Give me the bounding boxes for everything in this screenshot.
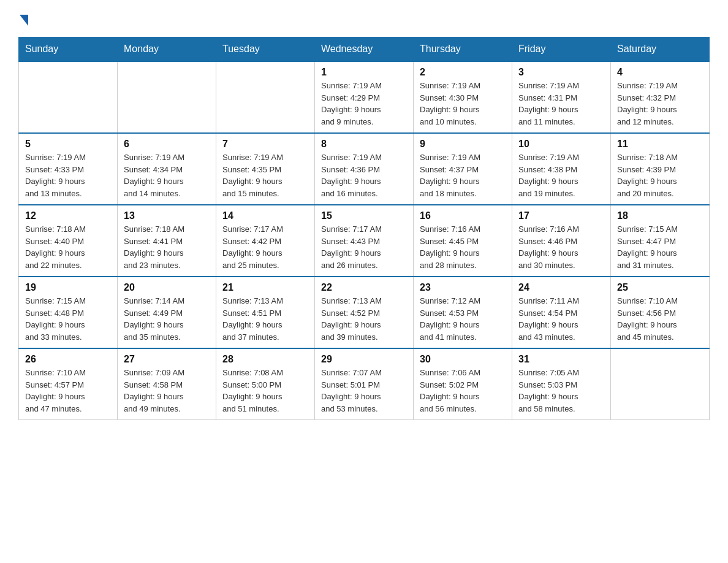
day-number: 24 xyxy=(518,282,604,293)
calendar-week-row: 1Sunrise: 7:19 AM Sunset: 4:29 PM Daylig… xyxy=(19,61,710,133)
weekday-header-wednesday: Wednesday xyxy=(315,37,414,62)
day-info: Sunrise: 7:14 AM Sunset: 4:49 PM Dayligh… xyxy=(124,295,210,343)
weekday-header-saturday: Saturday xyxy=(611,37,710,62)
day-number: 1 xyxy=(321,67,407,78)
day-number: 6 xyxy=(124,139,210,150)
day-number: 13 xyxy=(124,210,210,221)
day-number: 23 xyxy=(420,282,506,293)
day-info: Sunrise: 7:10 AM Sunset: 4:57 PM Dayligh… xyxy=(25,367,111,415)
day-info: Sunrise: 7:08 AM Sunset: 5:00 PM Dayligh… xyxy=(222,367,308,415)
day-info: Sunrise: 7:17 AM Sunset: 4:42 PM Dayligh… xyxy=(222,223,308,271)
day-info: Sunrise: 7:12 AM Sunset: 4:53 PM Dayligh… xyxy=(420,295,506,343)
calendar-cell: 14Sunrise: 7:17 AM Sunset: 4:42 PM Dayli… xyxy=(216,205,315,277)
day-number: 19 xyxy=(25,282,111,293)
day-info: Sunrise: 7:19 AM Sunset: 4:30 PM Dayligh… xyxy=(420,80,506,128)
weekday-header-thursday: Thursday xyxy=(414,37,512,62)
logo-arrow-icon xyxy=(20,15,28,26)
day-info: Sunrise: 7:19 AM Sunset: 4:37 PM Dayligh… xyxy=(420,151,506,199)
day-number: 31 xyxy=(518,354,604,365)
calendar-cell: 7Sunrise: 7:19 AM Sunset: 4:35 PM Daylig… xyxy=(216,133,315,205)
day-number: 25 xyxy=(617,282,703,293)
day-number: 9 xyxy=(420,139,506,150)
calendar-cell: 20Sunrise: 7:14 AM Sunset: 4:49 PM Dayli… xyxy=(118,277,216,348)
calendar-cell: 6Sunrise: 7:19 AM Sunset: 4:34 PM Daylig… xyxy=(118,133,216,205)
day-info: Sunrise: 7:19 AM Sunset: 4:36 PM Dayligh… xyxy=(321,151,407,199)
day-number: 18 xyxy=(617,210,703,221)
day-info: Sunrise: 7:19 AM Sunset: 4:38 PM Dayligh… xyxy=(518,151,604,199)
day-number: 16 xyxy=(420,210,506,221)
day-info: Sunrise: 7:11 AM Sunset: 4:54 PM Dayligh… xyxy=(518,295,604,343)
calendar-cell: 28Sunrise: 7:08 AM Sunset: 5:00 PM Dayli… xyxy=(216,348,315,420)
day-info: Sunrise: 7:19 AM Sunset: 4:31 PM Dayligh… xyxy=(518,80,604,128)
calendar-cell xyxy=(216,61,315,133)
calendar-cell: 31Sunrise: 7:05 AM Sunset: 5:03 PM Dayli… xyxy=(512,348,611,420)
day-number: 3 xyxy=(518,67,604,78)
day-number: 17 xyxy=(518,210,604,221)
calendar-week-row: 12Sunrise: 7:18 AM Sunset: 4:40 PM Dayli… xyxy=(19,205,710,277)
calendar-cell: 17Sunrise: 7:16 AM Sunset: 4:46 PM Dayli… xyxy=(512,205,611,277)
day-info: Sunrise: 7:16 AM Sunset: 4:46 PM Dayligh… xyxy=(518,223,604,271)
day-info: Sunrise: 7:13 AM Sunset: 4:51 PM Dayligh… xyxy=(222,295,308,343)
day-number: 5 xyxy=(25,139,111,150)
day-number: 14 xyxy=(222,210,308,221)
day-number: 2 xyxy=(420,67,506,78)
day-info: Sunrise: 7:17 AM Sunset: 4:43 PM Dayligh… xyxy=(321,223,407,271)
day-number: 27 xyxy=(124,354,210,365)
day-info: Sunrise: 7:09 AM Sunset: 4:58 PM Dayligh… xyxy=(124,367,210,415)
day-info: Sunrise: 7:18 AM Sunset: 4:41 PM Dayligh… xyxy=(124,223,210,271)
calendar-cell: 21Sunrise: 7:13 AM Sunset: 4:51 PM Dayli… xyxy=(216,277,315,348)
day-number: 26 xyxy=(25,354,111,365)
page-header xyxy=(18,12,710,26)
calendar-cell: 18Sunrise: 7:15 AM Sunset: 4:47 PM Dayli… xyxy=(611,205,710,277)
day-info: Sunrise: 7:18 AM Sunset: 4:39 PM Dayligh… xyxy=(617,151,703,199)
day-number: 10 xyxy=(518,139,604,150)
day-info: Sunrise: 7:16 AM Sunset: 4:45 PM Dayligh… xyxy=(420,223,506,271)
day-number: 20 xyxy=(124,282,210,293)
day-info: Sunrise: 7:19 AM Sunset: 4:33 PM Dayligh… xyxy=(25,151,111,199)
calendar-cell: 23Sunrise: 7:12 AM Sunset: 4:53 PM Dayli… xyxy=(414,277,512,348)
day-info: Sunrise: 7:15 AM Sunset: 4:47 PM Dayligh… xyxy=(617,223,703,271)
calendar-cell: 12Sunrise: 7:18 AM Sunset: 4:40 PM Dayli… xyxy=(19,205,118,277)
calendar-cell: 3Sunrise: 7:19 AM Sunset: 4:31 PM Daylig… xyxy=(512,61,611,133)
day-info: Sunrise: 7:19 AM Sunset: 4:34 PM Dayligh… xyxy=(124,151,210,199)
weekday-header-row: SundayMondayTuesdayWednesdayThursdayFrid… xyxy=(19,37,710,62)
day-info: Sunrise: 7:06 AM Sunset: 5:02 PM Dayligh… xyxy=(420,367,506,415)
calendar-week-row: 26Sunrise: 7:10 AM Sunset: 4:57 PM Dayli… xyxy=(19,348,710,420)
calendar-cell: 11Sunrise: 7:18 AM Sunset: 4:39 PM Dayli… xyxy=(611,133,710,205)
day-info: Sunrise: 7:19 AM Sunset: 4:32 PM Dayligh… xyxy=(617,80,703,128)
day-number: 30 xyxy=(420,354,506,365)
day-info: Sunrise: 7:19 AM Sunset: 4:35 PM Dayligh… xyxy=(222,151,308,199)
day-info: Sunrise: 7:10 AM Sunset: 4:56 PM Dayligh… xyxy=(617,295,703,343)
calendar-cell: 30Sunrise: 7:06 AM Sunset: 5:02 PM Dayli… xyxy=(414,348,512,420)
calendar-cell xyxy=(118,61,216,133)
day-info: Sunrise: 7:07 AM Sunset: 5:01 PM Dayligh… xyxy=(321,367,407,415)
calendar-cell: 2Sunrise: 7:19 AM Sunset: 4:30 PM Daylig… xyxy=(414,61,512,133)
day-info: Sunrise: 7:05 AM Sunset: 5:03 PM Dayligh… xyxy=(518,367,604,415)
calendar-cell: 5Sunrise: 7:19 AM Sunset: 4:33 PM Daylig… xyxy=(19,133,118,205)
day-info: Sunrise: 7:19 AM Sunset: 4:29 PM Dayligh… xyxy=(321,80,407,128)
day-number: 29 xyxy=(321,354,407,365)
day-number: 8 xyxy=(321,139,407,150)
day-number: 22 xyxy=(321,282,407,293)
day-number: 28 xyxy=(222,354,308,365)
calendar-cell: 9Sunrise: 7:19 AM Sunset: 4:37 PM Daylig… xyxy=(414,133,512,205)
day-info: Sunrise: 7:15 AM Sunset: 4:48 PM Dayligh… xyxy=(25,295,111,343)
day-number: 11 xyxy=(617,139,703,150)
calendar-cell: 4Sunrise: 7:19 AM Sunset: 4:32 PM Daylig… xyxy=(611,61,710,133)
calendar-cell: 8Sunrise: 7:19 AM Sunset: 4:36 PM Daylig… xyxy=(315,133,414,205)
calendar-cell xyxy=(611,348,710,420)
logo xyxy=(18,12,28,26)
day-number: 12 xyxy=(25,210,111,221)
calendar-table: SundayMondayTuesdayWednesdayThursdayFrid… xyxy=(18,37,710,420)
calendar-week-row: 5Sunrise: 7:19 AM Sunset: 4:33 PM Daylig… xyxy=(19,133,710,205)
calendar-cell: 29Sunrise: 7:07 AM Sunset: 5:01 PM Dayli… xyxy=(315,348,414,420)
day-number: 15 xyxy=(321,210,407,221)
weekday-header-monday: Monday xyxy=(118,37,216,62)
day-number: 21 xyxy=(222,282,308,293)
calendar-week-row: 19Sunrise: 7:15 AM Sunset: 4:48 PM Dayli… xyxy=(19,277,710,348)
calendar-cell: 1Sunrise: 7:19 AM Sunset: 4:29 PM Daylig… xyxy=(315,61,414,133)
weekday-header-sunday: Sunday xyxy=(19,37,118,62)
day-info: Sunrise: 7:18 AM Sunset: 4:40 PM Dayligh… xyxy=(25,223,111,271)
calendar-cell: 15Sunrise: 7:17 AM Sunset: 4:43 PM Dayli… xyxy=(315,205,414,277)
calendar-cell: 16Sunrise: 7:16 AM Sunset: 4:45 PM Dayli… xyxy=(414,205,512,277)
